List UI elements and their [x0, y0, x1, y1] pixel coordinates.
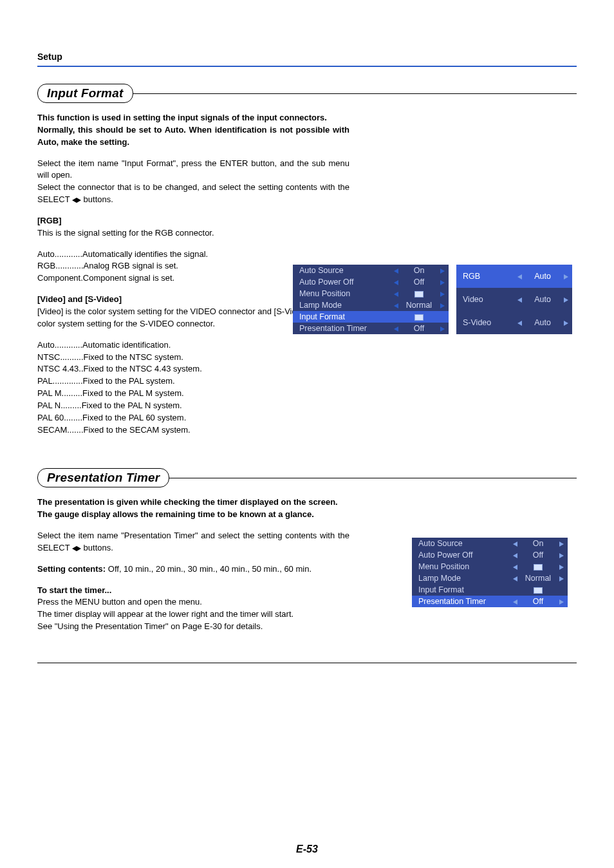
menu-row: RGBAuto — [456, 265, 572, 288]
section-title-input-format: Input Format — [37, 84, 133, 103]
menu-item-value: Auto — [526, 265, 559, 288]
menu-item-name: Video — [456, 288, 513, 311]
menu-item-name: Input Format — [293, 311, 389, 323]
def-row: PAL N ......... Fixed to the PAL N syste… — [37, 400, 577, 412]
def-row: PAL ............. Fixed to the PAL syste… — [37, 375, 577, 388]
thumbnail-icon — [414, 291, 423, 297]
menu-item-name: Menu Position — [293, 288, 389, 299]
menu-item-value: On — [402, 265, 436, 276]
def-key: Auto — [37, 249, 55, 261]
menu-row: Presentation TimerOff — [293, 323, 449, 334]
arrow-left-icon — [508, 538, 521, 549]
menu-row: Auto SourceOn — [293, 265, 449, 276]
def-value: Component signal is set. — [83, 272, 174, 285]
arrow-right-icon — [555, 538, 568, 549]
rgb-block: [RGB] This is the signal setting for the… — [37, 215, 256, 240]
def-row: NTSC 4.43 .. Fixed to the NTSC 4.43 syst… — [37, 363, 577, 375]
section-heading-row: Presentation Timer — [37, 468, 577, 487]
video-def-list: Auto ............ Automatic identificati… — [37, 339, 577, 437]
menu-row: Lamp ModeNormal — [412, 572, 568, 584]
arrow-left-icon — [389, 299, 402, 311]
def-key: NTSC — [37, 352, 60, 364]
def-dots: ....... — [67, 424, 83, 437]
menu-item-name: S-Video — [456, 311, 513, 334]
arrow-right-icon — [555, 584, 568, 596]
menu-row: Auto SourceOn — [412, 538, 568, 549]
menu-item-name: Menu Position — [412, 561, 508, 572]
menu-row: Input Format — [412, 584, 568, 596]
arrow-right-icon — [436, 323, 449, 334]
arrow-right-icon — [436, 299, 449, 311]
def-key: PAL N — [37, 400, 60, 412]
menu-item-value: Off — [402, 323, 436, 334]
footer-rule — [37, 663, 577, 663]
triangle-left-icon — [72, 198, 77, 203]
def-value: Automatic identification. — [82, 339, 171, 352]
menu-row: Menu Position — [293, 288, 449, 299]
menu-item-value: Normal — [402, 299, 436, 311]
arrow-right-icon — [555, 596, 568, 607]
menu-item-value — [521, 584, 555, 596]
page-number: E-53 — [37, 844, 577, 855]
osd-menu-sub: RGBAutoVideoAutoS-VideoAuto — [456, 265, 572, 334]
arrow-left-icon — [508, 549, 521, 561]
def-dots: ............. — [53, 375, 83, 388]
def-dots: .......... — [60, 352, 83, 364]
menu-row: Menu Position — [412, 561, 568, 572]
def-dots: ............ — [55, 249, 82, 261]
menu-item-name: Auto Source — [412, 538, 508, 549]
arrow-left-icon — [513, 265, 526, 288]
arrow-right-icon — [559, 288, 572, 311]
def-dots: ......... — [62, 388, 83, 400]
menu-item-value: On — [521, 538, 555, 549]
def-value: Fixed to the PAL M system. — [82, 388, 184, 400]
arrow-left-icon — [513, 311, 526, 334]
menu-item-name: Auto Power Off — [293, 276, 389, 288]
menu-row: S-VideoAuto — [456, 311, 572, 334]
arrow-left-icon — [389, 276, 402, 288]
menu-item-name: RGB — [456, 265, 513, 288]
def-value: Fixed to the PAL 60 system. — [82, 412, 186, 424]
osd-menu-main: Auto SourceOnAuto Power OffOffMenu Posit… — [293, 265, 449, 334]
menu-item-value: Normal — [521, 572, 555, 584]
page: Setup Input Format This function is used… — [0, 0, 614, 868]
triangle-left-icon — [72, 546, 77, 551]
intro-text: This function is used in setting the inp… — [37, 112, 349, 149]
menu-item-name: Presentation Timer — [293, 323, 389, 334]
osd-menu-input-format: Auto SourceOnAuto Power OffOffMenu Posit… — [293, 265, 572, 334]
menu-item-name: Auto Power Off — [412, 549, 508, 561]
menu-row: Auto Power OffOff — [412, 549, 568, 561]
def-value: Automatically identifies the signal. — [82, 249, 208, 261]
menu-item-name: Input Format — [412, 584, 508, 596]
arrow-right-icon — [559, 265, 572, 288]
def-dots: ......... — [60, 400, 82, 412]
menu-item-name: Auto Source — [293, 265, 389, 276]
arrow-left-icon — [389, 265, 402, 276]
def-value: Fixed to the PAL N system. — [82, 400, 182, 412]
intro-text: The presentation is given while checking… — [37, 496, 349, 521]
arrow-right-icon — [436, 288, 449, 299]
arrow-left-icon — [508, 572, 521, 584]
def-value: Fixed to the PAL system. — [83, 375, 175, 388]
triangle-right-icon — [77, 546, 81, 551]
rgb-desc: This is the signal setting for the RGB c… — [37, 228, 214, 238]
triangle-right-icon — [77, 198, 81, 203]
def-value: Fixed to the SECAM system. — [84, 424, 191, 437]
arrow-right-icon — [436, 276, 449, 288]
def-key: RGB — [37, 260, 55, 272]
def-key: PAL M — [37, 388, 62, 400]
menu-item-value: Off — [402, 276, 436, 288]
thumbnail-icon — [414, 314, 423, 321]
def-key: Component — [37, 272, 80, 285]
menu-row: Input Format — [293, 311, 449, 323]
menu-item-value: Off — [521, 596, 555, 607]
thumbnail-icon — [534, 587, 543, 594]
menu-row: Lamp ModeNormal — [293, 299, 449, 311]
osd-menu-presentation-timer: Auto SourceOnAuto Power OffOffMenu Posit… — [412, 538, 568, 607]
menu-row: VideoAuto — [456, 288, 572, 311]
arrow-right-icon — [555, 549, 568, 561]
video-desc: [Video] is the color system setting for … — [37, 307, 330, 328]
menu-item-value — [402, 288, 436, 299]
def-row: Auto ............ Automatically identifi… — [37, 249, 577, 261]
def-key: SECAM — [37, 424, 67, 437]
